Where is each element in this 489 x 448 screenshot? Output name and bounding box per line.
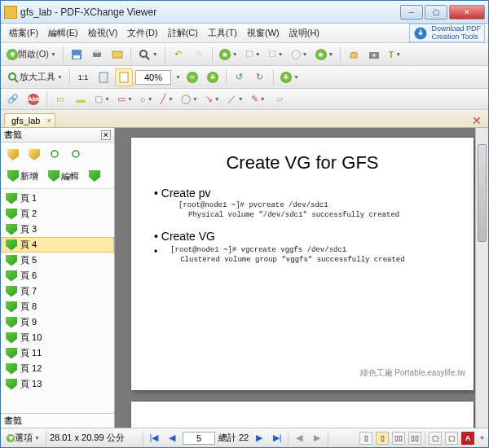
bookmark-item[interactable]: 頁 10	[1, 330, 114, 345]
layout-single-button[interactable]: ▯	[359, 432, 372, 445]
bookmark-item[interactable]: 頁 5	[1, 253, 114, 268]
close-doc-button[interactable]: ✕	[469, 114, 485, 127]
ask-button[interactable]: Ask	[24, 90, 42, 108]
zoom-tool-button[interactable]: 放大工具▼	[4, 68, 65, 86]
app-window: gfs_lab - PDF-XChange Viewer ─ ▢ ✕ 檔案(F)…	[0, 0, 489, 448]
bookmark-item[interactable]: 頁 11	[1, 345, 114, 361]
menu-document[interactable]: 文件(D)	[122, 25, 162, 41]
bm-zoomin-button[interactable]	[46, 146, 64, 164]
bm-new-button[interactable]: 新增	[4, 167, 42, 185]
shape-tool-d[interactable]: ◯▼	[178, 90, 200, 108]
bookmark-item[interactable]: 頁 8	[1, 299, 114, 314]
sidebar-footer-tab[interactable]: 書籤	[1, 413, 114, 428]
shape-tool-c[interactable]: ╱▼	[158, 90, 176, 108]
close-button[interactable]: ✕	[449, 5, 485, 20]
save-button[interactable]	[68, 46, 86, 64]
menu-help[interactable]: 說明(H)	[284, 25, 324, 41]
scrollbar-thumb[interactable]	[478, 144, 487, 242]
snapshot-button[interactable]	[365, 46, 383, 64]
last-page-button[interactable]: ▶|	[270, 431, 284, 446]
undo-button[interactable]: ↶	[170, 46, 187, 64]
fit-width-button[interactable]	[115, 68, 133, 86]
prev-page-button[interactable]: ◀	[165, 431, 179, 446]
bm-expand-button[interactable]	[4, 146, 22, 164]
tool-a[interactable]: ●▼	[217, 46, 240, 64]
adobe-icon[interactable]: A	[461, 432, 474, 445]
document-tab[interactable]: gfs_lab✕	[4, 113, 55, 127]
hand-tool-button[interactable]	[345, 46, 363, 64]
print-button[interactable]	[88, 46, 106, 64]
vertical-scrollbar[interactable]	[475, 128, 488, 428]
bm-delete-button[interactable]	[86, 167, 104, 185]
eraser-tool[interactable]: ▱	[271, 90, 289, 108]
note-tool[interactable]: ▭	[51, 90, 69, 108]
nav-fwd-button[interactable]: ▶	[310, 431, 324, 446]
bookmark-item[interactable]: 頁 2	[1, 206, 114, 222]
link-tool-button[interactable]: 🔗	[4, 90, 22, 108]
bm-edit-button[interactable]: 編輯	[45, 167, 82, 185]
stamp-tool[interactable]: ▢▼	[92, 90, 112, 108]
bm-collapse-button[interactable]	[25, 146, 43, 164]
view-b-button[interactable]: ▢	[445, 432, 458, 445]
bookmark-item-selected[interactable]: 頁 4	[1, 237, 114, 253]
maximize-button[interactable]: ▢	[425, 5, 447, 20]
shape-tool-a[interactable]: ▭▼	[115, 90, 135, 108]
search-icon	[138, 48, 151, 61]
minimize-button[interactable]: ─	[400, 5, 423, 20]
bookmark-item[interactable]: 頁 9	[1, 314, 114, 330]
highlight-tool[interactable]: ▬	[72, 90, 90, 108]
menu-window[interactable]: 視窗(W)	[242, 25, 284, 41]
bookmark-item[interactable]: 頁 7	[1, 283, 114, 299]
zoom-in-button[interactable]: +	[204, 68, 222, 86]
menu-tools[interactable]: 工具(T)	[203, 25, 242, 41]
next-page-button[interactable]: ▶	[252, 431, 267, 446]
page-viewport[interactable]: Create VG for GFS • Create pv [root@node…	[115, 128, 488, 428]
tool-c[interactable]: ☐▼	[266, 46, 286, 64]
zoom-out-icon	[71, 149, 82, 160]
tab-close-icon[interactable]: ✕	[46, 117, 52, 125]
bookmark-item[interactable]: 頁 1	[1, 191, 114, 206]
tool-d[interactable]: ◯▼	[289, 46, 311, 64]
layout-facing-button[interactable]: ▯▯	[392, 432, 405, 445]
email-button[interactable]	[108, 46, 126, 64]
menu-comments[interactable]: 註解(C)	[163, 25, 203, 41]
select-tool-button[interactable]: T▼	[385, 46, 403, 64]
shape-tool-b[interactable]: ○▼	[138, 90, 156, 108]
redo-button[interactable]: ↷	[190, 46, 208, 64]
titlebar: gfs_lab - PDF-XChange Viewer ─ ▢ ✕	[1, 1, 488, 24]
zoom-out-button[interactable]: −	[183, 68, 201, 86]
menu-view[interactable]: 檢視(V)	[83, 25, 123, 41]
open-button[interactable]: ▾開啟(O)▼	[4, 46, 59, 64]
find-button[interactable]: ▼	[135, 46, 161, 64]
arrow-tool[interactable]: ↘▼	[203, 90, 222, 108]
layout-facing-cont-button[interactable]: ▯▯	[408, 432, 421, 445]
bookmark-item[interactable]: 頁 12	[1, 361, 114, 376]
view-a-button[interactable]: ▢	[429, 432, 442, 445]
menu-file[interactable]: 檔案(F)	[4, 25, 43, 41]
tool-b[interactable]: ☐▼	[243, 46, 263, 64]
nav-back-button[interactable]: ◀	[292, 431, 306, 446]
fit-page-button[interactable]	[95, 68, 112, 86]
bookmark-item[interactable]: 頁 3	[1, 222, 114, 237]
tool-e[interactable]: ●▼	[313, 46, 337, 64]
menu-edit[interactable]: 編輯(E)	[43, 25, 83, 41]
actual-size-button[interactable]: 1:1	[74, 68, 92, 86]
page-number-input[interactable]	[183, 432, 215, 445]
rotate-ccw-button[interactable]: ↺	[231, 68, 249, 86]
pencil-tool[interactable]: ✎▼	[249, 90, 268, 108]
layout-cont-button[interactable]: ▯	[376, 432, 389, 445]
panel-close-button[interactable]: ✕	[101, 130, 111, 140]
zoom-input[interactable]	[135, 70, 171, 85]
first-page-button[interactable]: |◀	[147, 431, 161, 446]
download-pdf-tools-button[interactable]: Download PDFCreation Tools	[409, 24, 485, 43]
bm-zoomout-button[interactable]	[68, 146, 86, 164]
options-button[interactable]: ▾選項▼	[4, 429, 42, 447]
bookmark-item[interactable]: 頁 6	[1, 268, 114, 283]
svg-point-10	[9, 73, 15, 80]
line-tool[interactable]: ／▼	[225, 90, 246, 108]
app-icon	[4, 6, 17, 19]
rotate-cw-button[interactable]: ↻	[251, 68, 269, 86]
svg-line-7	[146, 56, 149, 59]
bookmark-item[interactable]: 頁 13	[1, 376, 114, 392]
add-button[interactable]: +▼	[278, 68, 302, 86]
